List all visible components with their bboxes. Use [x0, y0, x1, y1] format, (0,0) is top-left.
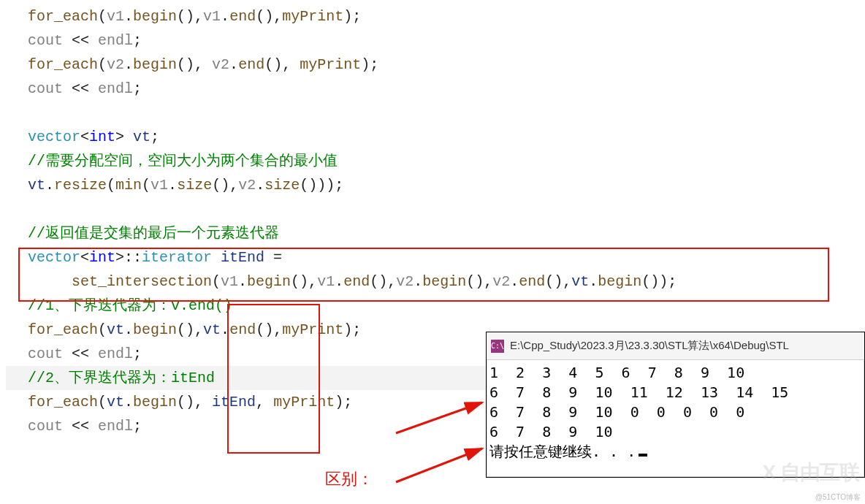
code-line: for_each(v2.begin(), v2.end(), myPrint); [6, 53, 859, 77]
svg-line-1 [396, 448, 482, 482]
code-line: vt.resize(min(v1.size(),v2.size())); [6, 173, 859, 197]
console-window[interactable]: C:\ E:\Cpp_Study\2023.3月\23.3.30\STL算法\x… [486, 332, 865, 478]
diff-label: 区别： [325, 468, 373, 490]
watermark-text: @51CTO博客 [815, 492, 861, 503]
code-line: cout << endl; [6, 28, 859, 53]
code-comment: //返回值是交集的最后一个元素迭代器 [6, 221, 859, 245]
console-row: 1 2 3 4 5 6 7 8 9 10 [489, 363, 861, 383]
code-line: set_intersection(v1.begin(),v1.end(),v2.… [6, 270, 859, 294]
cursor-icon [639, 454, 647, 457]
arrow-icon [395, 444, 489, 486]
code-line [6, 197, 859, 221]
code-comment: //1、下界迭代器为：v.end() [6, 294, 859, 318]
code-line: vector<int>::iterator itEnd = [6, 245, 859, 270]
console-title-text: E:\Cpp_Study\2023.3月\23.3.30\STL算法\x64\D… [510, 339, 789, 353]
code-line: cout << endl; [6, 77, 859, 101]
code-line: for_each(v1.begin(),v1.end(),myPrint); [6, 4, 859, 28]
code-comment: //需要分配空间，空间大小为两个集合的最小值 [6, 149, 859, 173]
console-titlebar[interactable]: C:\ E:\Cpp_Study\2023.3月\23.3.30\STL算法\x… [487, 332, 864, 360]
console-icon: C:\ [491, 340, 504, 353]
code-line: vector<int> vt; [6, 125, 859, 149]
console-row: 6 7 8 9 10 [489, 422, 861, 442]
console-output: 1 2 3 4 5 6 7 8 9 10 6 7 8 9 10 11 12 13… [487, 360, 864, 465]
console-row: 6 7 8 9 10 0 0 0 0 0 [489, 402, 861, 422]
console-row: 6 7 8 9 10 11 12 13 14 15 [489, 383, 861, 402]
console-row: 请按任意键继续. . . [489, 442, 861, 462]
code-line [6, 101, 859, 125]
